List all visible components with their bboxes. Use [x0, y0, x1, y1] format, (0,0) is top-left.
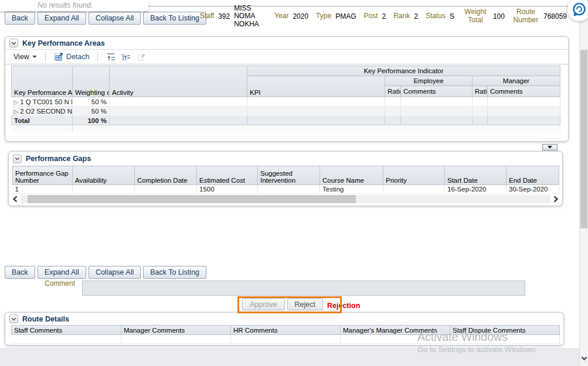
expand-all-button[interactable]: Expand All — [38, 266, 86, 279]
activate-windows-watermark: Activate Windows — [417, 330, 508, 344]
scrollbar-track[interactable] — [21, 195, 550, 203]
chat-bubble-icon[interactable] — [567, 0, 588, 21]
scrollbar-thumb[interactable] — [28, 195, 356, 203]
back-button[interactable]: Back — [5, 266, 35, 279]
show-as-top-icon[interactable] — [137, 53, 147, 61]
comment-textarea[interactable] — [82, 281, 525, 296]
column-header-suggested-intervention[interactable]: Suggested Intervention — [258, 166, 320, 185]
approve-button[interactable]: Approve — [242, 298, 285, 310]
kpa-area-text: 2 O2 SECOND NET — [20, 108, 72, 115]
post-field: Post 2 — [363, 12, 386, 20]
route-section-header: Route Details — [5, 313, 563, 325]
staff-name: MISS NOMA NOKHA — [234, 5, 267, 28]
column-header-activity[interactable]: Activity — [110, 66, 247, 97]
kpa-footer-row — [12, 125, 560, 132]
kpa-mgr-comments-cell — [488, 97, 560, 107]
column-header-estimated-cost[interactable]: Estimated Cost — [197, 166, 258, 185]
rank-label: Rank — [393, 12, 410, 20]
column-header-manager-comments[interactable]: Manager Comments — [121, 326, 231, 335]
column-header-gap-number[interactable]: Performance Gap Number — [13, 166, 73, 185]
vertical-scrollbar[interactable] — [579, 0, 588, 366]
type-value: PMAG — [335, 12, 356, 20]
column-group-manager: Manager — [473, 76, 560, 86]
kpa-mgr-rating-cell — [473, 107, 488, 116]
column-header-weighting[interactable]: Weighting of KPA — [73, 66, 110, 97]
detach-label: Detach — [66, 53, 90, 61]
reject-button[interactable]: Reject — [287, 298, 323, 310]
route-number-label: Route Number — [512, 8, 539, 25]
back-button[interactable]: Back — [5, 12, 35, 25]
column-header-priority[interactable]: Priority — [383, 166, 445, 185]
column-header-end-date[interactable]: End Date — [507, 166, 559, 185]
back-to-listing-button[interactable]: Back To Listing — [143, 12, 206, 25]
kpa-area-cell[interactable]: ▷1 Q TC001 50 N N — [12, 97, 73, 107]
column-header-course-name[interactable]: Course Name — [320, 166, 383, 185]
column-header-manager-comments[interactable]: Comments — [488, 86, 560, 97]
gaps-horizontal-scrollbar[interactable] — [12, 194, 559, 204]
screen: No results found. Back Expand All Collap… — [0, 0, 588, 366]
toolbar-separator — [97, 52, 98, 61]
weight-total-label: Weight Total — [462, 8, 489, 25]
detach-button[interactable]: Detach — [54, 53, 90, 61]
column-header-availability[interactable]: Availability — [73, 166, 135, 185]
kpa-weighting-cell: 50 % — [73, 107, 110, 116]
expand-all-below-glyph — [106, 53, 116, 61]
rejection-annotation-label: Rejection — [327, 302, 360, 310]
gaps-row[interactable]: 1 1500 Testing 16-Sep-2020 30-Sep-2020 — [13, 185, 559, 194]
scroll-down-icon[interactable] — [581, 354, 587, 362]
kpa-table: Key Performance Area Weighting of KPA Ac… — [11, 66, 560, 132]
staff-comments-cell — [12, 335, 121, 344]
expand-all-button[interactable]: Expand All — [38, 12, 86, 25]
column-header-kpa[interactable]: Key Performance Area — [12, 66, 73, 97]
kpa-area-cell[interactable]: ▷2 O2 SECOND NET — [12, 107, 73, 116]
bottom-button-row: Back Expand All Collapse All Back To Lis… — [5, 266, 206, 279]
scrollbar-thumb[interactable] — [580, 50, 587, 228]
collapse-all-below-icon[interactable] — [121, 53, 131, 61]
kpa-section-title: Key Performance Areas — [22, 39, 105, 47]
expand-row-icon[interactable]: ▷ — [14, 108, 19, 115]
priority-cell — [383, 185, 445, 194]
kpa-row-1[interactable]: ▷1 Q TC001 50 N N 50 % — [12, 97, 560, 107]
expand-all-below-icon[interactable] — [106, 53, 116, 61]
kpa-mgr-rating-cell — [473, 97, 488, 107]
top-button-row: Back Expand All Collapse All Back To Lis… — [5, 12, 206, 25]
footer-cell — [12, 125, 73, 132]
collapse-all-button[interactable]: Collapse All — [89, 266, 141, 279]
route-collapse-button[interactable] — [9, 314, 18, 323]
collapse-all-button[interactable]: Collapse All — [89, 12, 141, 25]
gaps-collapse-button[interactable] — [13, 155, 22, 163]
detach-table-icon — [54, 53, 63, 61]
staff-label: Staff — [200, 12, 214, 20]
view-menu-label: View — [13, 53, 29, 61]
back-to-listing-button[interactable]: Back To Listing — [143, 266, 206, 279]
column-header-hr-comments[interactable]: HR Comments — [231, 326, 341, 335]
year-label: Year — [274, 12, 288, 20]
column-header-kpi[interactable]: KPI — [247, 76, 385, 97]
kpa-collapse-button[interactable] — [9, 39, 18, 47]
chevron-down-icon — [32, 56, 37, 58]
activate-windows-watermark-subtext: Go to Settings to activate Windows — [417, 345, 536, 354]
splitter-collapse-button[interactable] — [542, 144, 558, 150]
chevron-down-icon — [11, 317, 16, 321]
scroll-left-icon[interactable] — [12, 196, 18, 203]
toolbar-separator — [45, 52, 46, 61]
kpa-emp-comments-cell — [401, 107, 473, 116]
column-header-manager-rating[interactable]: Ratin — [473, 86, 488, 97]
status-label: Status — [426, 12, 446, 20]
column-header-employee-rating[interactable]: Ratin — [385, 86, 401, 97]
scroll-right-icon[interactable] — [553, 196, 559, 203]
expand-row-icon[interactable]: ▷ — [14, 99, 19, 105]
completion-date-cell — [135, 185, 197, 194]
gaps-table: Performance Gap Number Availability Comp… — [12, 166, 559, 194]
column-header-start-date[interactable]: Start Date — [445, 166, 507, 185]
kpa-row-2[interactable]: ▷2 O2 SECOND NET 50 % — [12, 107, 560, 116]
view-menu-button[interactable]: View — [13, 53, 37, 61]
column-header-staff-comments[interactable]: Staff Comments — [12, 326, 121, 335]
kpa-emp-comments-cell — [401, 97, 473, 107]
column-header-employee-comments[interactable]: Comments — [401, 86, 473, 97]
column-header-completion-date[interactable]: Completion Date — [135, 166, 197, 185]
suggested-intervention-cell — [258, 185, 320, 194]
status-value: S — [450, 12, 454, 20]
type-label: Type — [316, 12, 331, 20]
chevron-down-icon — [15, 157, 20, 160]
